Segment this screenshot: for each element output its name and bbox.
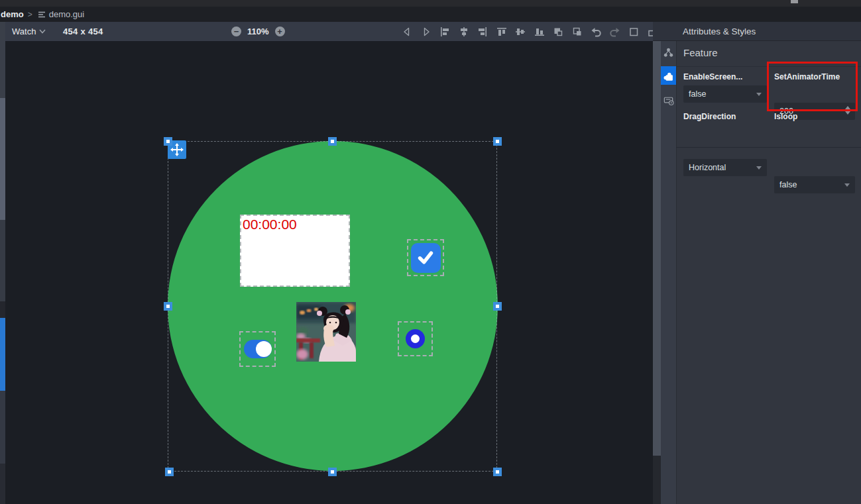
watch-mode-dropdown[interactable]: Watch: [12, 22, 46, 41]
toggle-switch-widget[interactable]: [239, 331, 276, 367]
align-left-icon[interactable]: [439, 26, 451, 38]
left-panel-edge: [0, 22, 5, 98]
chevron-down-icon: [39, 29, 46, 34]
selection-handle-top-left[interactable]: [164, 137, 172, 146]
align-middle-vertical-icon[interactable]: [514, 26, 526, 38]
align-center-horizontal-icon[interactable]: [458, 26, 470, 38]
undo-icon[interactable]: [590, 26, 602, 38]
section-divider-bottom: [676, 147, 861, 148]
left-panel-edge-3: [0, 301, 5, 318]
puzzle-icon: [663, 70, 674, 81]
chevron-down-icon: [844, 183, 850, 187]
file-list-icon: [37, 10, 46, 19]
left-scrollbar-thumb[interactable]: [0, 98, 5, 220]
left-selected-item-edge[interactable]: [0, 318, 5, 391]
frame-select-icon[interactable]: [628, 26, 640, 38]
watch-mode-label: Watch: [12, 26, 36, 36]
breadcrumb: demo > demo.gui: [0, 7, 861, 22]
breadcrumb-file[interactable]: demo.gui: [49, 9, 84, 19]
checkbox-checked-icon: [411, 243, 441, 273]
nodes-icon: [663, 47, 674, 58]
feature-section-title: Feature: [683, 47, 718, 58]
align-right-icon[interactable]: [477, 26, 488, 38]
selection-handle-mid-right[interactable]: [493, 302, 502, 311]
clock-text: 00:00:00: [243, 217, 297, 232]
canvas-scrollbar-thumb[interactable]: [653, 41, 661, 456]
nav-next-button[interactable]: [420, 26, 432, 38]
toggle-pill: [244, 340, 272, 358]
bring-forward-icon[interactable]: [552, 26, 564, 38]
window-top-strip: [0, 0, 861, 7]
image-widget[interactable]: [296, 302, 356, 362]
field-label-dragdirection: DragDirection: [683, 112, 766, 121]
dropdown-dragdirection-value: Horizontal: [689, 163, 726, 172]
dropdown-isloop-value: false: [779, 180, 797, 189]
canvas-size-label: 454 x 454: [63, 22, 103, 41]
left-panel-edge-4: [0, 391, 5, 464]
send-backward-icon[interactable]: [571, 26, 583, 38]
toggle-knob: [256, 341, 272, 357]
selection-handle-top-center[interactable]: [328, 137, 337, 146]
selection-handle-bottom-right[interactable]: [493, 468, 502, 476]
selection-handle-top-right[interactable]: [493, 137, 502, 146]
align-top-icon[interactable]: [496, 26, 508, 38]
left-panel-edge-2: [0, 220, 5, 301]
checkbox-widget[interactable]: [407, 239, 444, 276]
breadcrumb-project[interactable]: demo: [1, 9, 24, 19]
zoom-out-button[interactable]: −: [231, 26, 241, 36]
nav-prev-button[interactable]: [401, 26, 413, 38]
chevron-down-icon: [756, 93, 762, 96]
tab-style-info[interactable]: [661, 91, 676, 109]
dropdown-dragdirection[interactable]: Horizontal: [683, 159, 767, 176]
field-label-isloop: Isloop: [774, 112, 857, 121]
breadcrumb-chevron-icon: >: [28, 10, 32, 19]
redo-icon[interactable]: [609, 26, 621, 38]
selection-handle-mid-left[interactable]: [164, 302, 172, 311]
highlight-annotation-box: [767, 62, 858, 111]
radio-button-widget[interactable]: [398, 321, 433, 356]
zoom-in-button[interactable]: +: [275, 26, 285, 36]
zoom-controls: − 110% +: [231, 22, 285, 41]
panel-tab-strip: [661, 41, 676, 504]
alignment-toolbar: [401, 22, 659, 41]
dropdown-isloop[interactable]: false: [774, 176, 855, 193]
left-panel-edge-5: [0, 464, 5, 504]
chevron-down-icon: [756, 166, 762, 170]
right-panel-header: Attributes & Styles: [653, 22, 861, 41]
selection-handle-bottom-center[interactable]: [328, 468, 337, 476]
radio-ring-icon: [406, 329, 425, 348]
window-control-partial: [791, 0, 798, 3]
clock-text-widget[interactable]: 00:00:00: [240, 215, 350, 287]
zoom-level: 110%: [247, 26, 269, 36]
dropdown-enablescreen-value: false: [689, 89, 706, 99]
tab-hierarchy[interactable]: [661, 43, 676, 62]
dropdown-enablescreen[interactable]: false: [683, 85, 767, 103]
selection-handle-bottom-left[interactable]: [165, 468, 174, 476]
field-label-enablescreen: EnableScreen...: [683, 72, 766, 81]
gui-designer-window: demo > demo.gui Watch 454 x 454 − 110% +: [0, 0, 861, 504]
right-panel-title: Attributes & Styles: [683, 26, 756, 36]
tab-feature[interactable]: [661, 66, 676, 85]
panel-info-icon: [663, 95, 674, 106]
align-bottom-icon[interactable]: [534, 26, 545, 38]
girl-image: [296, 302, 356, 362]
